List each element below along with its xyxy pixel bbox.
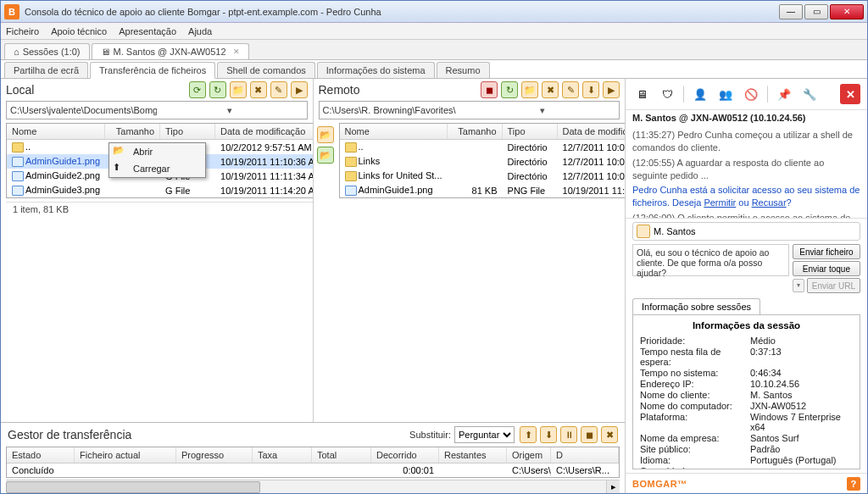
dropdown-icon[interactable]: ▾ — [157, 105, 303, 116]
gestor-title: Gestor de transferência — [8, 428, 409, 441]
session-header: M. Santos @ JXN-AW0512 (10.10.24.56) — [626, 110, 867, 125]
remote-delete-icon[interactable]: ✖ — [542, 81, 559, 98]
gestor-upload-icon[interactable]: ⬆ — [520, 426, 537, 443]
info-row: Plataforma:Windows 7 Enterprise x64 — [640, 412, 853, 432]
folder-icon — [345, 171, 357, 181]
tab-info-sistema[interactable]: Informações do sistema — [317, 62, 435, 78]
dropdown-icon[interactable]: ▾ — [469, 105, 615, 116]
file-icon — [345, 186, 357, 196]
info-row: Tempo no sistema:0:46:34 — [640, 368, 853, 378]
remote-refresh-icon[interactable]: ↻ — [501, 81, 518, 98]
remote-path[interactable]: C:\Users\R. Browning\Favorites\ ▾ — [319, 101, 620, 119]
maximize-button[interactable]: ▭ — [804, 4, 828, 19]
tab-resumo[interactable]: Resumo — [437, 62, 490, 78]
brand-footer: BOMGAR™ ? — [626, 473, 867, 493]
tab-client-session[interactable]: 🖥 M. Santos @ JXN-AW0512 ✕ — [92, 43, 249, 59]
tab-close-icon[interactable]: ✕ — [233, 47, 240, 56]
ri-elevate-icon[interactable]: 🛡 — [658, 85, 676, 103]
url-dropdown-icon[interactable]: ▾ — [793, 279, 804, 292]
gcol-decorrido[interactable]: Decorrido — [371, 447, 439, 463]
ri-user1-icon[interactable]: 👤 — [691, 85, 709, 103]
col-tipo[interactable]: Tipo — [160, 124, 215, 139]
link-recusar[interactable]: Recusar — [752, 197, 787, 208]
local-up-icon[interactable]: ⟳ — [189, 81, 206, 98]
gcol-total[interactable]: Total — [312, 447, 371, 463]
local-refresh-icon[interactable]: ↻ — [209, 81, 226, 98]
gcol-restantes[interactable]: Restantes — [439, 447, 507, 463]
table-row[interactable]: AdminGuide1.png81 KBPNG File10/19/2011 1… — [340, 183, 626, 197]
table-row[interactable]: LinksDirectório12/7/2011 10:01:34 AM — [340, 154, 626, 169]
col-data[interactable]: Data de modificação — [558, 124, 625, 139]
ri-pin-icon[interactable]: 📌 — [775, 85, 793, 103]
col-tamanho[interactable]: Tamanho — [448, 124, 503, 139]
info-tab[interactable]: Informação sobre sessões — [632, 298, 760, 314]
chat-message-input[interactable]: Olá, eu sou o técnico de apoio ao client… — [632, 244, 789, 276]
menu-ficheiro[interactable]: Ficheiro — [6, 26, 39, 36]
help-icon[interactable]: ? — [847, 477, 860, 491]
menu-apoio-tecnico[interactable]: Apoio técnico — [51, 26, 107, 36]
link-permitir[interactable]: Permitir — [704, 197, 736, 208]
remote-nav2-icon[interactable]: 📂 — [317, 147, 334, 164]
remote-filelist: Nome Tamanho Tipo Data de modificação ..… — [339, 123, 626, 198]
local-newfolder-icon[interactable]: 📁 — [230, 81, 247, 98]
table-row[interactable]: Concluído0:00:01C:\Users\jvalente\Docume… — [7, 463, 619, 477]
ri-user-add-icon[interactable]: 👥 — [716, 85, 735, 103]
gcol-ficheiro[interactable]: Ficheiro actual — [75, 447, 176, 463]
ri-user-remove-icon[interactable]: 🚫 — [742, 85, 760, 103]
gcol-estado[interactable]: Estado — [7, 447, 75, 463]
remote-nav-icon[interactable]: 📂 — [317, 126, 334, 143]
local-status: 1 item, 81 KB — [6, 202, 314, 217]
substituir-select[interactable]: Perguntar — [454, 426, 515, 443]
table-row[interactable]: ..Directório12/7/2011 10:00:03 AM — [340, 140, 626, 154]
local-delete-icon[interactable]: ✖ — [250, 81, 267, 98]
send-nudge-button[interactable]: Enviar toque — [793, 261, 860, 276]
gcol-progresso[interactable]: Progresso — [176, 447, 253, 463]
ri-monitor-icon[interactable]: 🖥 — [632, 85, 651, 103]
menu-ajuda[interactable]: Ajuda — [188, 26, 212, 36]
col-nome[interactable]: Nome — [340, 124, 448, 139]
horizontal-scrollbar[interactable]: ▸ — [6, 480, 620, 493]
remote-rename-icon[interactable]: ✎ — [562, 81, 579, 98]
ri-tool-icon[interactable]: 🔧 — [800, 85, 819, 103]
scroll-right-icon[interactable]: ▸ — [606, 480, 620, 493]
minimize-button[interactable]: — — [779, 4, 803, 19]
table-row[interactable]: Links for United St...Directório12/7/201… — [340, 169, 626, 183]
gestor-stop-icon[interactable]: ◼ — [581, 426, 598, 443]
menu-apresentacao[interactable]: Apresentação — [119, 26, 176, 36]
info-row: Nome do cliente:M. Santos — [640, 390, 853, 400]
tab-partilha-ecra[interactable]: Partilha de ecrã — [4, 62, 88, 78]
col-nome[interactable]: Nome — [7, 124, 105, 139]
menubar: Ficheiro Apoio técnico Apresentação Ajud… — [1, 23, 867, 40]
local-open-icon[interactable]: ▶ — [291, 81, 308, 98]
col-tipo[interactable]: Tipo — [503, 124, 558, 139]
local-rename-icon[interactable]: ✎ — [270, 81, 287, 98]
file-icon — [12, 186, 24, 196]
local-path[interactable]: C:\Users\jvalente\Documents\BomgarDocsIs… — [6, 101, 308, 119]
gestor-download-icon[interactable]: ⬇ — [540, 426, 557, 443]
send-file-button[interactable]: Enviar ficheiro — [793, 244, 860, 259]
gestor-pause-icon[interactable]: ⏸ — [560, 426, 577, 443]
gcol-origem[interactable]: Origem — [507, 447, 551, 463]
table-row[interactable]: AdminGuide3.pngG File10/19/2011 11:14:20… — [7, 183, 314, 197]
close-button[interactable]: ✕ — [830, 4, 864, 19]
tab-transferencia-ficheiros[interactable]: Transferência de ficheiros — [90, 62, 215, 79]
gcol-taxa[interactable]: Taxa — [253, 447, 312, 463]
remote-open-icon[interactable]: ▶ — [603, 81, 620, 98]
scrollbar-thumb[interactable] — [6, 481, 260, 493]
ctx-carregar[interactable]: ⬆ Carregar — [109, 160, 205, 177]
gcol-d[interactable]: D — [551, 447, 619, 463]
tab-sessions[interactable]: ⌂ Sessões (1:0) — [4, 43, 90, 59]
remote-stop-icon[interactable]: ◼ — [481, 81, 498, 98]
ctx-abrir[interactable]: 📂 Abrir — [109, 143, 205, 160]
gestor-clear-icon[interactable]: ✖ — [601, 426, 618, 443]
chat-recipient[interactable]: M. Santos — [632, 222, 860, 241]
col-tamanho[interactable]: Tamanho — [105, 124, 160, 139]
remote-newfolder-icon[interactable]: 📁 — [521, 81, 538, 98]
ri-end-session-icon[interactable]: ✕ — [840, 84, 860, 104]
transfer-manager: Gestor de transferência Substituir: Perg… — [1, 422, 625, 493]
col-data[interactable]: Data de modificação — [215, 124, 313, 139]
info-row: Nome do computador:JXN-AW0512 — [640, 401, 853, 411]
upload-icon: ⬆ — [113, 162, 126, 175]
remote-download-icon[interactable]: ⬇ — [582, 81, 599, 98]
tab-shell-comandos[interactable]: Shell de comandos — [217, 62, 315, 78]
